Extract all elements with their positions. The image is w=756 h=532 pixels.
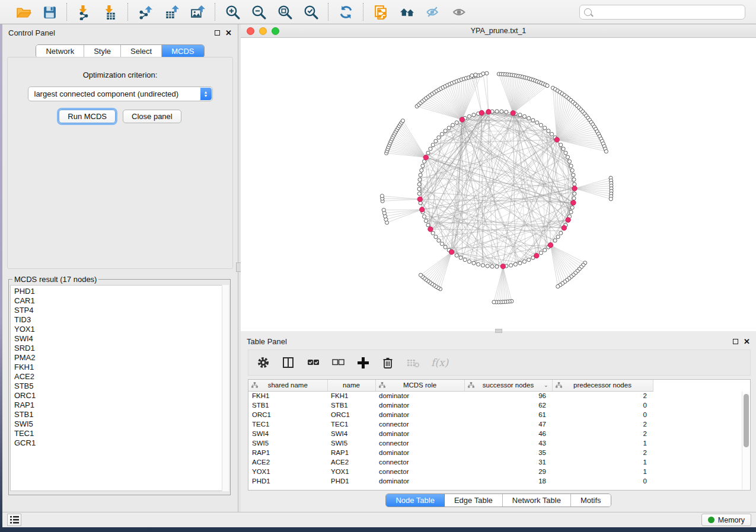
tab-network-table[interactable]: Network Table [503, 494, 571, 507]
table-cell[interactable]: 2 [552, 419, 653, 429]
table-cell[interactable]: dominator [375, 429, 464, 438]
table-cell[interactable]: RAP1 [248, 448, 327, 457]
column-header-MCDS-role[interactable]: MCDS role [375, 380, 464, 391]
optimization-select[interactable]: largest connected component (undirected)… [28, 86, 213, 101]
table-cell[interactable]: FKH1 [248, 391, 327, 400]
columns-button[interactable] [282, 356, 295, 369]
table-row[interactable]: SWI4SWI4dominator462 [248, 429, 653, 438]
column-header-successor-nodes[interactable]: successor nodes⌄ [464, 380, 552, 391]
table-cell[interactable]: 62 [464, 400, 552, 410]
table-row[interactable]: STB1STB1dominator620 [248, 400, 653, 410]
mcds-result-item[interactable]: CAR1 [14, 296, 228, 306]
table-cell[interactable]: connector [375, 457, 464, 467]
export-network-button[interactable] [136, 3, 154, 21]
mcds-result-item[interactable]: PHD1 [14, 287, 228, 296]
deselect-all-button[interactable] [331, 356, 344, 369]
mcds-node[interactable] [571, 200, 576, 205]
table-row[interactable]: SWI5SWI5connector431 [248, 438, 653, 448]
search-input[interactable] [595, 8, 741, 16]
network-titlebar[interactable]: YPA_prune.txt_1 [241, 24, 756, 38]
gear-button[interactable] [257, 356, 270, 369]
table-cell[interactable]: ACE2 [248, 457, 327, 467]
mcds-result-list[interactable]: PHD1CAR1STP4TID3YOX1SWI4SRD1PMA2FKH1ACE2… [10, 285, 229, 491]
run-mcds-button[interactable]: Run MCDS [59, 110, 116, 123]
table-cell[interactable]: PHD1 [248, 476, 327, 486]
mcds-result-item[interactable]: STB1 [14, 410, 228, 419]
mcds-node[interactable] [449, 249, 454, 254]
zoom-in-button[interactable] [224, 3, 241, 21]
select-all-button[interactable] [307, 356, 320, 369]
task-history-button[interactable] [7, 514, 21, 526]
mcds-node[interactable] [423, 155, 428, 160]
close-table-panel-icon[interactable]: ✕ [744, 338, 750, 345]
duplicate-network-button[interactable] [372, 3, 390, 21]
table-cell[interactable]: 1 [552, 438, 653, 448]
table-cell[interactable]: dominator [375, 410, 464, 419]
table-cell[interactable]: SWI4 [327, 429, 375, 438]
table-cell[interactable]: 2 [552, 429, 653, 438]
table-cell[interactable]: 43 [464, 438, 552, 448]
tab-select[interactable]: Select [121, 45, 162, 57]
save-session-button[interactable] [40, 3, 58, 21]
network-graph[interactable] [241, 38, 756, 331]
table-cell[interactable]: PHD1 [327, 476, 375, 486]
add-button[interactable] [356, 356, 369, 369]
table-cell[interactable]: 47 [464, 419, 552, 429]
divider-grip-horizontal[interactable] [495, 329, 502, 333]
table-cell[interactable]: 18 [464, 476, 552, 486]
table-cell[interactable]: 29 [464, 467, 552, 476]
table-cell[interactable]: FKH1 [327, 391, 375, 400]
mcds-node[interactable] [420, 207, 425, 212]
tab-edge-table[interactable]: Edge Table [445, 494, 503, 507]
tab-mcds[interactable]: MCDS [162, 45, 203, 57]
table-cell[interactable]: 2 [552, 391, 653, 400]
mcds-result-item[interactable]: STP4 [14, 306, 228, 315]
close-panel-icon[interactable]: ✕ [225, 29, 232, 37]
export-image-button[interactable] [189, 3, 206, 21]
function-button[interactable]: f(x) [431, 357, 448, 368]
table-cell[interactable]: STB1 [248, 400, 327, 410]
mcds-node[interactable] [566, 217, 570, 222]
mcds-result-item[interactable]: RAP1 [14, 400, 228, 410]
table-cell[interactable]: dominator [375, 476, 464, 486]
mcds-result-item[interactable]: TID3 [14, 315, 228, 325]
mcds-node[interactable] [554, 137, 559, 142]
table-cell[interactable]: 0 [552, 400, 653, 410]
table-cell[interactable]: connector [375, 438, 464, 448]
mcds-node[interactable] [562, 226, 566, 230]
table-cell[interactable]: ORC1 [248, 410, 327, 419]
mcds-node[interactable] [460, 117, 464, 122]
mcds-node[interactable] [548, 243, 553, 248]
delete-button[interactable] [381, 356, 394, 369]
column-header-shared-name[interactable]: shared name [248, 380, 327, 391]
column-header-predecessor-nodes[interactable]: predecessor nodes [552, 380, 653, 391]
memory-button[interactable]: Memory [701, 514, 751, 526]
mcds-result-item[interactable]: FKH1 [14, 363, 228, 372]
first-neighbors-button[interactable] [398, 3, 416, 21]
table-cell[interactable]: ORC1 [327, 410, 375, 419]
hide-selected-button[interactable] [424, 3, 442, 21]
mcds-result-item[interactable]: SWI4 [14, 334, 228, 344]
float-panel-icon[interactable] [215, 30, 220, 36]
table-cell[interactable]: TEC1 [248, 419, 327, 429]
table-row[interactable]: FKH1FKH1dominator962 [248, 391, 653, 400]
table-cell[interactable]: 46 [464, 429, 552, 438]
mcds-node[interactable] [486, 110, 491, 114]
table-cell[interactable]: connector [375, 467, 464, 476]
table-cell[interactable]: 31 [464, 457, 552, 467]
table-row[interactable]: ORC1ORC1dominator610 [248, 410, 653, 419]
table-row[interactable]: YOX1YOX1connector291 [248, 467, 653, 476]
mcds-result-item[interactable]: TEC1 [14, 429, 228, 438]
table-cell[interactable]: 2 [552, 448, 653, 457]
table-cell[interactable]: 1 [552, 467, 653, 476]
table-cell[interactable]: SWI5 [327, 438, 375, 448]
open-file-button[interactable] [14, 3, 32, 21]
table-cell[interactable]: dominator [375, 448, 464, 457]
table-cell[interactable]: TEC1 [327, 419, 375, 429]
delete-table-button[interactable] [406, 356, 419, 369]
mcds-node[interactable] [500, 264, 505, 268]
table-cell[interactable]: 35 [464, 448, 552, 457]
table-row[interactable]: ACE2ACE2connector311 [248, 457, 653, 467]
table-cell[interactable]: YOX1 [248, 467, 327, 476]
mcds-list-scrollbar[interactable] [222, 285, 229, 491]
